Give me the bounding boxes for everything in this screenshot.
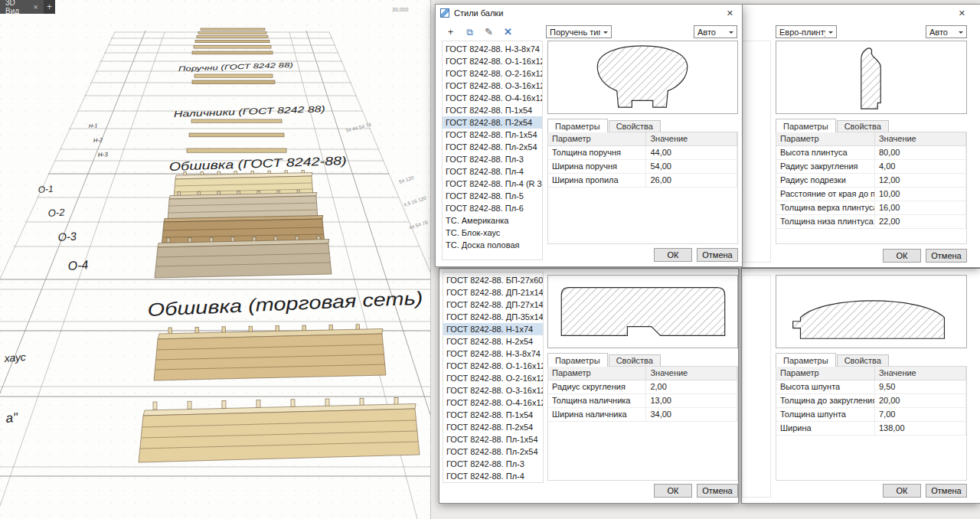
style-list-item[interactable]: ГОСТ 8242-88. Пл-3: [443, 153, 542, 165]
table-body: Высота плинтуса 80,00 Радиус закругления…: [776, 146, 966, 229]
col-param: Параметр: [548, 132, 646, 146]
auto-select[interactable]: Авто: [694, 25, 737, 38]
param-value-cell[interactable]: 16,00: [875, 201, 966, 215]
tab-properties[interactable]: Свойства: [609, 120, 661, 132]
style-list-item[interactable]: ГОСТ 8242-88. БП-27х60: [443, 274, 543, 286]
param-tabs: Параметры Свойства: [547, 352, 738, 366]
param-value-cell[interactable]: 22,00: [875, 215, 966, 229]
style-list-item[interactable]: ГОСТ 8242-88. П-2х54: [443, 421, 543, 433]
style-list-item[interactable]: ГОСТ 8242-88. Пл-2х54: [443, 446, 543, 458]
table-row: Радиус закругления 4,00: [776, 160, 966, 174]
param-value-cell[interactable]: 20,00: [875, 394, 966, 408]
cancel-button[interactable]: Отмена: [926, 484, 967, 498]
style-list-item[interactable]: ГОСТ 8242-88. Пл-4: [443, 470, 543, 482]
style-list-item[interactable]: ГОСТ 8242-88. Пл-4 (R 30): [443, 178, 542, 190]
add-style-button[interactable]: +: [445, 27, 456, 38]
style-list-clipped: [742, 275, 771, 498]
style-type-select[interactable]: Поручень тип 2: [546, 25, 612, 38]
style-list-item[interactable]: ГОСТ 8242-88. Пл-1х54: [443, 129, 542, 141]
tab-properties[interactable]: Свойства: [609, 354, 661, 366]
style-list-item[interactable]: ГОСТ 8242-88. Пл-5: [443, 190, 542, 202]
new-tab-button[interactable]: +: [44, 0, 55, 14]
style-list-item[interactable]: ГОСТ 8242-88. Пл-3: [443, 458, 543, 470]
delete-style-button[interactable]: ✕: [502, 27, 514, 38]
dialog-beam-styles-casing: ГОСТ 8242-88. БП-27х60ГОСТ 8242-88. ДП-2…: [439, 268, 739, 504]
style-list-item[interactable]: ТС. Блок-хаус: [443, 227, 542, 239]
ok-button[interactable]: ОК: [654, 484, 692, 498]
param-value-cell[interactable]: 34,00: [646, 408, 737, 422]
profile-preview: [547, 41, 738, 114]
style-list-item[interactable]: ГОСТ 8242-88. Пл-4: [443, 165, 542, 178]
param-value-cell[interactable]: 44,00: [646, 146, 737, 160]
close-icon[interactable]: ✕: [956, 8, 968, 18]
tab-properties[interactable]: Свойства: [837, 354, 889, 366]
dialog-titlebar[interactable]: Стили балки ✕: [436, 5, 742, 21]
style-list-item[interactable]: ГОСТ 8242-88. О-2-16х120: [443, 67, 542, 80]
param-value-cell[interactable]: 10,00: [875, 188, 966, 201]
param-value-cell[interactable]: 138,00: [875, 422, 966, 436]
tab-close-icon[interactable]: ✕: [33, 4, 38, 11]
style-list-item[interactable]: ТС. Американка: [443, 214, 542, 227]
style-list-item[interactable]: ГОСТ 8242-88. П-1х54: [443, 409, 543, 421]
style-list-item[interactable]: ГОСТ 8242-88. П-1х54: [443, 104, 542, 116]
dialog-titlebar[interactable]: ✕: [742, 5, 980, 21]
style-list-item[interactable]: ГОСТ 8242-88. О-4-16х120: [443, 92, 542, 104]
style-list-item[interactable]: ТС. Доска половая: [443, 239, 542, 251]
styles-toolbar: + ⧉ ✎ ✕: [445, 24, 514, 40]
param-value-cell[interactable]: 2,00: [646, 380, 737, 394]
style-list-item[interactable]: ГОСТ 8242-88. ДП-35х140: [443, 311, 543, 323]
style-list-item[interactable]: ГОСТ 8242-88. Н-3-8х74: [443, 348, 543, 360]
3d-canvas[interactable]: Поручни (ГОСТ 8242 88) Наличники (ГОСТ 8…: [0, 0, 430, 519]
style-list-item[interactable]: ГОСТ 8242-88. О-4-16х120: [443, 397, 543, 409]
cancel-button[interactable]: Отмена: [697, 484, 738, 498]
style-list-item[interactable]: ГОСТ 8242-88. Пл-6: [443, 202, 542, 214]
tab-parameters[interactable]: Параметры: [776, 353, 836, 367]
ok-button[interactable]: ОК: [654, 248, 692, 262]
beam-style-list: ГОСТ 8242-88. Н-3-8х74ГОСТ 8242-88. О-1-…: [442, 41, 543, 260]
style-list-item[interactable]: ГОСТ 8242-88. О-2-16х120: [443, 372, 543, 384]
param-value-cell[interactable]: 26,00: [646, 174, 737, 188]
edit-style-button[interactable]: ✎: [483, 27, 495, 38]
app-window: Поручни (ГОСТ 8242 88) Наличники (ГОСТ 8…: [0, 0, 980, 519]
style-list-item[interactable]: ГОСТ 8242-88. О-1-16х120: [443, 360, 543, 372]
table-row: Ширина пропила 26,00: [548, 174, 737, 188]
style-list-item[interactable]: ГОСТ 8242-88. Н-2х54: [443, 335, 543, 348]
label-blockhouse-fragment: хаус: [3, 351, 26, 364]
tab-parameters[interactable]: Параметры: [776, 119, 836, 132]
tab-properties[interactable]: Свойства: [837, 120, 889, 132]
style-list-clipped: [742, 41, 771, 263]
param-value-cell[interactable]: 9,50: [875, 380, 966, 394]
close-icon[interactable]: ✕: [724, 8, 736, 18]
style-list-item[interactable]: ГОСТ 8242-88. П-2х54: [443, 116, 542, 129]
param-value-cell[interactable]: 13,00: [646, 394, 737, 408]
tab-parameters[interactable]: Параметры: [547, 353, 608, 367]
3d-viewport[interactable]: Поручни (ГОСТ 8242 88) Наличники (ГОСТ 8…: [0, 0, 430, 519]
style-list-item[interactable]: ГОСТ 8242-88. Пл-2х54: [443, 141, 542, 153]
tab-parameters[interactable]: Параметры: [547, 119, 608, 132]
style-list-item[interactable]: ГОСТ 8242-88. Пл-1х54: [443, 433, 543, 446]
param-value-cell[interactable]: 80,00: [875, 146, 966, 160]
param-value-cell[interactable]: 12,00: [875, 174, 966, 188]
style-list-item[interactable]: ГОСТ 8242-88. Н-3-8х74: [443, 43, 542, 55]
param-name-cell: Толщина наличника: [548, 394, 646, 408]
param-value-cell[interactable]: 7,00: [875, 408, 966, 422]
ok-button[interactable]: ОК: [883, 484, 921, 498]
param-value-cell[interactable]: 54,00: [646, 160, 737, 174]
style-list-item[interactable]: ГОСТ 8242-88. О-3-16х120: [443, 80, 542, 92]
style-list-item[interactable]: ГОСТ 8242-88. Н-1х74: [443, 323, 543, 335]
style-list-item[interactable]: ГОСТ 8242-88. О-1-16х120: [443, 55, 542, 67]
auto-select[interactable]: Авто: [926, 25, 967, 38]
style-list-item[interactable]: ГОСТ 8242-88. ДП-27х140: [443, 299, 543, 311]
table-row: Расстояние от края до пропила 10,00: [776, 188, 966, 201]
cancel-button[interactable]: Отмена: [697, 248, 738, 262]
ok-button[interactable]: ОК: [883, 249, 921, 263]
style-list-item[interactable]: ГОСТ 8242-88. О-3-16х120: [443, 384, 543, 397]
style-type-select[interactable]: Евро-плинтус (сам: [776, 25, 837, 38]
param-value-cell[interactable]: 4,00: [875, 160, 966, 174]
table-header: Параметр Значение: [548, 367, 737, 380]
table-row: Толщина шпунта 7,00: [776, 408, 966, 422]
style-list-item[interactable]: ГОСТ 8242-88. ДП-21х140: [443, 286, 543, 299]
tab-3d-view[interactable]: 3D Вид ✕: [0, 0, 44, 14]
cancel-button[interactable]: Отмена: [926, 249, 967, 263]
copy-style-button[interactable]: ⧉: [464, 27, 475, 38]
